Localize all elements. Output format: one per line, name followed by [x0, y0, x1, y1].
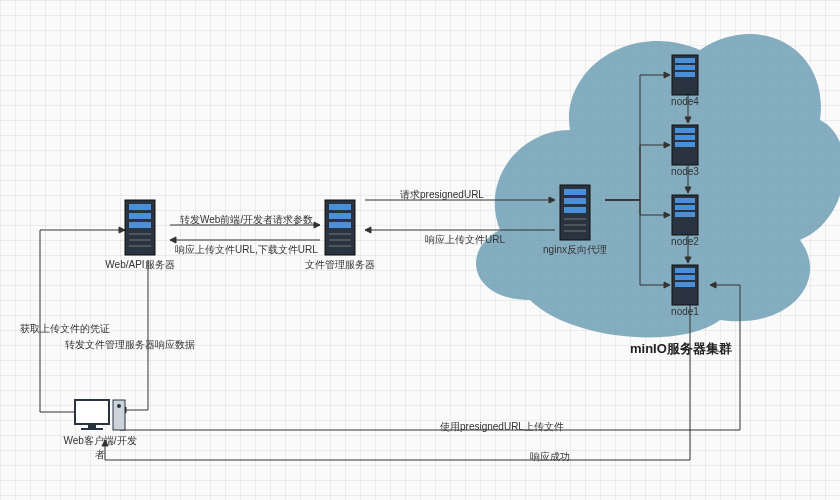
connection-layer [0, 0, 840, 500]
node1-label: node1 [645, 306, 725, 317]
svg-point-41 [117, 404, 121, 408]
svg-rect-30 [675, 198, 695, 203]
node2-icon [0, 0, 840, 500]
node1-icon [0, 0, 840, 500]
svg-rect-7 [325, 200, 355, 255]
svg-rect-24 [675, 72, 695, 77]
svg-rect-21 [672, 55, 698, 95]
svg-rect-39 [81, 428, 103, 430]
edge-request-presigned: 请求presignedURL [400, 188, 484, 202]
edge-respond-upload-url: 响应上传文件URL [425, 233, 505, 247]
file-manager-server-icon [0, 0, 840, 500]
node4-icon [0, 0, 840, 500]
svg-rect-2 [129, 213, 151, 219]
web-api-server-label: Web/API服务器 [100, 258, 180, 272]
node4-label: node4 [645, 96, 725, 107]
node2-label: node2 [645, 236, 725, 247]
svg-rect-37 [75, 400, 109, 424]
nginx-label: nginx反向代理 [535, 243, 615, 257]
edge-forward-response: 转发文件管理服务器响应数据 [65, 338, 195, 352]
svg-rect-23 [675, 65, 695, 70]
svg-rect-15 [564, 189, 586, 195]
cluster-title: minIO服务器集群 [630, 340, 732, 358]
svg-rect-34 [675, 268, 695, 273]
svg-rect-28 [675, 142, 695, 147]
svg-rect-38 [88, 424, 96, 428]
nginx-server-icon [0, 0, 840, 500]
svg-rect-29 [672, 195, 698, 235]
node3-icon [0, 0, 840, 500]
svg-rect-17 [564, 207, 586, 213]
svg-rect-40 [113, 400, 125, 430]
edge-respond-urls: 响应上传文件URL,下载文件URL [175, 243, 318, 257]
edge-use-presigned-upload: 使用presignedURL上传文件 [440, 420, 564, 434]
svg-rect-9 [329, 213, 351, 219]
svg-rect-10 [329, 222, 351, 228]
web-client-icon [0, 0, 840, 500]
cloud-shape [0, 0, 840, 500]
node3-label: node3 [645, 166, 725, 177]
svg-rect-31 [675, 205, 695, 210]
svg-rect-33 [672, 265, 698, 305]
svg-rect-0 [125, 200, 155, 255]
svg-rect-22 [675, 58, 695, 63]
svg-rect-14 [560, 185, 590, 240]
web-api-server-icon [0, 0, 840, 500]
file-manager-label: 文件管理服务器 [300, 258, 380, 272]
edge-get-upload-cred: 获取上传文件的凭证 [20, 322, 110, 336]
svg-rect-16 [564, 198, 586, 204]
svg-rect-27 [675, 135, 695, 140]
svg-rect-36 [675, 282, 695, 287]
svg-rect-32 [675, 212, 695, 217]
svg-rect-1 [129, 204, 151, 210]
svg-rect-26 [675, 128, 695, 133]
edge-forward-request: 转发Web前端/开发者请求参数 [180, 213, 313, 227]
edge-respond-success: 响应成功 [530, 450, 570, 464]
web-client-label: Web客户端/开发者 [60, 434, 140, 462]
svg-rect-8 [329, 204, 351, 210]
svg-rect-3 [129, 222, 151, 228]
svg-rect-35 [675, 275, 695, 280]
svg-rect-25 [672, 125, 698, 165]
